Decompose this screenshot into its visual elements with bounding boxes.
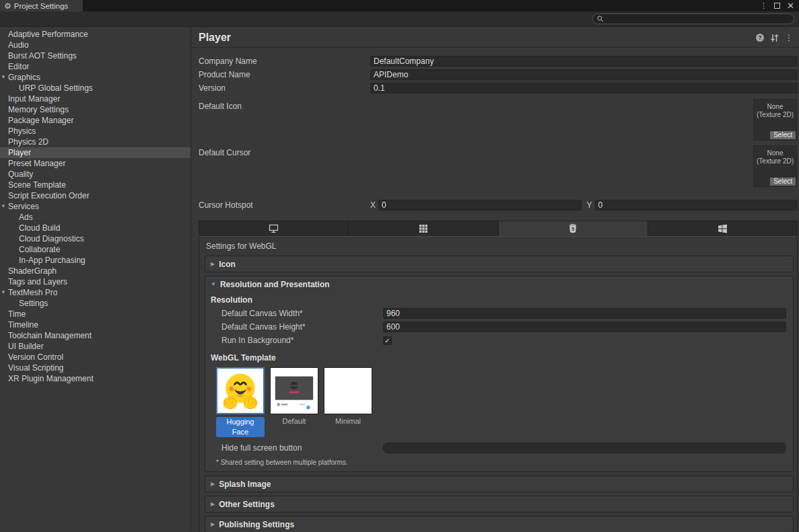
- product-name-field[interactable]: APIDemo: [370, 69, 798, 80]
- sidebar-item-collaborate[interactable]: ▼ Collaborate: [0, 244, 190, 255]
- sidebar-item-audio[interactable]: ▼ Audio: [0, 40, 190, 50]
- webgl-template-cards: [216, 367, 786, 414]
- section-icon: ▶ Icon: [205, 256, 794, 272]
- page-title: Player: [199, 32, 231, 44]
- canvas-width-label: Default Canvas Width*: [211, 309, 383, 318]
- top-toolbar: [0, 11, 799, 27]
- template-label-minimal[interactable]: Minimal: [324, 417, 372, 437]
- hotspot-y-label: Y: [587, 200, 592, 210]
- section-other-header[interactable]: ▶ Other Settings: [205, 496, 793, 512]
- foldout-triangle-icon[interactable]: ▼: [1, 287, 6, 298]
- sidebar-item-in-app-purchasing[interactable]: ▼ In-App Purchasing: [0, 255, 190, 266]
- sidebar-item-visual-scripting[interactable]: ▼ Visual Scripting: [0, 363, 190, 373]
- section-other-settings: ▶ Other Settings: [205, 496, 794, 512]
- default-icon-texture-well[interactable]: None (Texture 2D) Select: [753, 99, 797, 141]
- sidebar-item-urp-global-settings[interactable]: ▼ URP Global Settings: [0, 83, 190, 93]
- sidebar-item-settings[interactable]: ▼ Settings: [0, 298, 190, 309]
- sidebar-item-tags-and-layers[interactable]: ▼ Tags and Layers: [0, 276, 190, 287]
- sidebar-item-editor[interactable]: ▼ Editor: [0, 61, 190, 72]
- section-splash-header[interactable]: ▶ Splash Image: [205, 476, 793, 492]
- sidebar-item-player[interactable]: ▼ Player: [0, 147, 190, 158]
- default-icon-select-button[interactable]: Select: [770, 131, 796, 139]
- default-cursor-none-line2: (Texture 2D): [754, 157, 796, 165]
- template-card-minimal[interactable]: [324, 367, 372, 414]
- sidebar-item-input-manager[interactable]: ▼ Input Manager: [0, 93, 190, 104]
- platform-tab-desktop[interactable]: [199, 221, 349, 236]
- default-icon-none-line1: None: [754, 103, 796, 111]
- search-box[interactable]: [592, 13, 794, 24]
- default-cursor-select-button[interactable]: Select: [770, 178, 796, 186]
- section-publishing-header[interactable]: ▶ Publishing Settings: [205, 517, 793, 532]
- sidebar-item-time[interactable]: ▼ Time: [0, 309, 190, 319]
- version-field[interactable]: 0.1: [370, 83, 798, 93]
- sidebar-item-memory-settings[interactable]: ▼ Memory Settings: [0, 104, 190, 115]
- sidebar-item-version-control[interactable]: ▼ Version Control: [0, 352, 190, 363]
- collapsed-triangle-icon: ▶: [211, 481, 215, 487]
- close-icon[interactable]: ✕: [787, 1, 794, 10]
- context-menu-icon[interactable]: ⋮: [785, 34, 793, 42]
- hotspot-x-field[interactable]: 0: [378, 200, 581, 211]
- sidebar-item-preset-manager[interactable]: ▼ Preset Manager: [0, 158, 190, 169]
- window-tab-project-settings[interactable]: ⚙ Project Settings: [0, 0, 83, 11]
- foldout-triangle-icon[interactable]: ▼: [1, 201, 6, 212]
- template-label-default[interactable]: Default: [270, 417, 318, 437]
- hide-fullscreen-row: Hide full screen button: [211, 441, 786, 455]
- section-splash-title: Splash Image: [219, 480, 271, 489]
- webgl-template-labels: Hugging Face Default Minimal: [216, 417, 786, 437]
- sidebar-item-cloud-build[interactable]: ▼ Cloud Build: [0, 223, 190, 233]
- hide-fullscreen-field[interactable]: [383, 443, 786, 453]
- hugging-face-emoji-icon: [217, 369, 263, 413]
- sidebar-item-ui-builder[interactable]: ▼ UI Builder: [0, 341, 190, 352]
- player-settings-panel: Player ? ⋮ Company Name DefaultCompany P…: [191, 27, 799, 531]
- section-splash-image: ▶ Splash Image: [205, 476, 794, 492]
- sidebar-item-cloud-diagnostics[interactable]: ▼ Cloud Diagnostics: [0, 233, 190, 244]
- hotspot-y-field[interactable]: 0: [595, 200, 798, 211]
- sidebar-item-physics-2d[interactable]: ▼ Physics 2D: [0, 137, 190, 147]
- company-name-row: Company Name DefaultCompany: [199, 54, 798, 68]
- section-publishing-title: Publishing Settings: [219, 520, 294, 529]
- sidebar-item-timeline[interactable]: ▼ Timeline: [0, 319, 190, 330]
- maximize-icon[interactable]: [774, 3, 780, 9]
- foldout-triangle-icon[interactable]: ▼: [1, 72, 6, 83]
- sidebar-item-graphics[interactable]: ▼ Graphics: [0, 72, 190, 83]
- sidebar-item-scene-template[interactable]: ▼ Scene Template: [0, 180, 190, 190]
- template-card-default[interactable]: [270, 367, 318, 414]
- default-cursor-texture-well[interactable]: None (Texture 2D) Select: [753, 145, 797, 187]
- search-input[interactable]: [606, 15, 790, 23]
- resolution-subheader: Resolution: [211, 293, 786, 307]
- section-icon-header[interactable]: ▶ Icon: [205, 256, 793, 272]
- sidebar-item-package-manager[interactable]: ▼ Package Manager: [0, 115, 190, 126]
- run-in-background-checkbox[interactable]: ✓: [383, 336, 392, 345]
- window-titlebar: ⚙ Project Settings ⋮ ✕: [0, 0, 799, 11]
- run-in-background-row: Run In Background* ✓: [211, 334, 786, 347]
- settings-category-sidebar: ▼ Adaptive Performance ▼ Audio ▼ Burst A…: [0, 27, 191, 531]
- sidebar-item-physics[interactable]: ▼ Physics: [0, 126, 190, 137]
- sidebar-item-script-execution-order[interactable]: ▼ Script Execution Order: [0, 190, 190, 201]
- section-resolution-header[interactable]: ▼ Resolution and Presentation: [205, 276, 793, 292]
- default-cursor-label: Default Cursor: [199, 148, 250, 157]
- sidebar-item-services[interactable]: ▼ Services: [0, 201, 190, 212]
- sidebar-item-textmesh-pro[interactable]: ▼ TextMesh Pro: [0, 287, 190, 298]
- sidebar-item-quality[interactable]: ▼ Quality: [0, 169, 190, 180]
- company-name-field[interactable]: DefaultCompany: [370, 56, 798, 67]
- sidebar-item-shadergraph[interactable]: ▼ ShaderGraph: [0, 266, 190, 276]
- template-label-hugging-face[interactable]: Hugging Face: [216, 417, 265, 437]
- help-icon[interactable]: ?: [756, 34, 764, 42]
- canvas-width-field[interactable]: 960: [383, 308, 786, 319]
- cursor-hotspot-label: Cursor Hotspot: [199, 200, 370, 210]
- html5-icon: 5: [569, 224, 577, 234]
- window-menu-icon[interactable]: ⋮: [760, 2, 767, 9]
- product-name-label: Product Name: [199, 70, 370, 79]
- default-icon-none-line2: (Texture 2D): [754, 111, 796, 119]
- canvas-height-field[interactable]: 600: [383, 321, 786, 332]
- platform-tab-dedicated-server[interactable]: [349, 221, 498, 236]
- template-card-hugging-face[interactable]: [216, 367, 265, 414]
- platform-tab-webgl[interactable]: 5: [499, 221, 648, 236]
- sidebar-item-adaptive-performance[interactable]: ▼ Adaptive Performance: [0, 29, 190, 40]
- platform-tab-windows-store[interactable]: [648, 221, 797, 236]
- sidebar-item-ads[interactable]: ▼ Ads: [0, 212, 190, 223]
- sidebar-item-toolchain-management[interactable]: ▼ Toolchain Management: [0, 330, 190, 341]
- presets-icon[interactable]: [770, 34, 779, 42]
- sidebar-item-xr-plugin-management[interactable]: ▼ XR Plugin Management: [0, 373, 190, 384]
- sidebar-item-burst-aot-settings[interactable]: ▼ Burst AOT Settings: [0, 50, 190, 61]
